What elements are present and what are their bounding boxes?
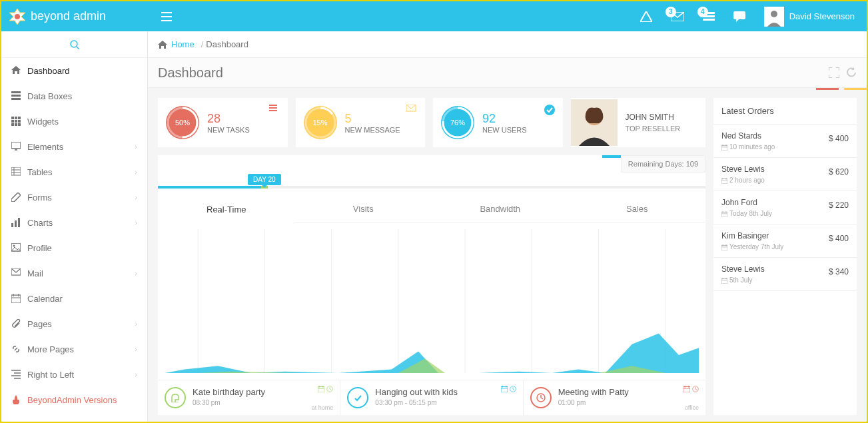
svg-rect-14 — [11, 98, 21, 100]
sidebar-item-tables[interactable]: Tables› — [1, 159, 147, 185]
sidebar-item-charts[interactable]: Charts› — [1, 210, 147, 235]
svg-rect-98 — [721, 278, 727, 284]
sidebar-item-label: Pages — [27, 319, 52, 329]
sidebar-item-dashboard[interactable]: Dashboard — [1, 58, 147, 83]
svg-rect-18 — [11, 120, 14, 123]
messages-badge: 3 — [665, 7, 676, 17]
svg-rect-31 — [11, 223, 13, 227]
order-row[interactable]: Ned Stards10 minutes ago$ 400 — [713, 125, 857, 158]
event-location: office — [685, 404, 699, 411]
sidebar-search[interactable] — [1, 31, 147, 58]
tab-visits[interactable]: Visits — [295, 197, 432, 222]
chart-tabs: Real-TimeVisitsBandwidthSales — [158, 197, 705, 222]
stat-corner-icon — [269, 105, 280, 115]
event-time: 01:00 pm — [558, 399, 629, 406]
sidebar-item-data-boxes[interactable]: Data Boxes — [1, 83, 147, 109]
calendar-icon — [11, 294, 27, 303]
event-actions — [501, 386, 516, 392]
svg-rect-66 — [318, 386, 324, 392]
tab-bandwidth[interactable]: Bandwidth — [432, 197, 569, 222]
order-row[interactable]: Steve Lewis2 hours ago$ 620 — [713, 158, 857, 191]
event-item[interactable]: Kate birthday party08:30 pmat home — [158, 380, 340, 415]
sidebar-item-pages[interactable]: Pages› — [1, 311, 147, 336]
sidebar-item-forms[interactable]: Forms› — [1, 185, 147, 210]
sidebar-item-beyondadmin-versions[interactable]: BeyondAdmin Versions — [1, 387, 147, 412]
reseller-name: JOHN SMITH — [626, 113, 698, 122]
chevron-right-icon: › — [135, 143, 137, 151]
messages-icon[interactable]: 3 — [671, 12, 684, 21]
order-row[interactable]: John FordToday 8th July$ 220 — [713, 191, 857, 224]
svg-point-9 — [771, 11, 777, 17]
latest-orders-widget: Latest Orders Ned Stards10 minutes ago$ … — [713, 98, 857, 415]
order-amount: $ 400 — [829, 134, 849, 143]
svg-point-0 — [15, 14, 20, 19]
day-bubble: DAY 20 — [248, 174, 281, 185]
sidebar-item-mail[interactable]: Mail› — [1, 260, 147, 286]
envelope-icon — [11, 268, 27, 278]
brand-name: beyond admin — [31, 9, 106, 23]
reseller-avatar — [571, 99, 618, 146]
search-icon — [70, 40, 79, 49]
stat-box-new-message[interactable]: 15%5NEW MESSAGE — [296, 98, 426, 147]
sidebar-item-widgets[interactable]: Widgets — [1, 109, 147, 134]
chevron-right-icon: › — [135, 345, 137, 353]
paperclip-icon — [11, 319, 27, 328]
stat-value: 92 — [482, 112, 527, 126]
sidebar-item-label: Mail — [27, 268, 43, 278]
breadcrumb-home[interactable]: Home — [171, 39, 195, 49]
order-row[interactable]: Kim BasingerYesterday 7th July$ 400 — [713, 224, 857, 258]
sidebar-item-more-pages[interactable]: More Pages› — [1, 336, 147, 362]
chevron-right-icon: › — [135, 193, 137, 201]
sidebar-item-label: More Pages — [27, 344, 74, 354]
sidebar-toggle[interactable] — [161, 12, 172, 21]
stat-label: NEW USERS — [482, 126, 527, 134]
stat-label: NEW TASKS — [207, 126, 250, 134]
svg-rect-49 — [269, 110, 277, 111]
sidebar-item-label: Dashboard — [27, 66, 70, 76]
th-icon — [11, 117, 27, 126]
svg-rect-33 — [18, 218, 20, 227]
stat-box-new-tasks[interactable]: 50%28NEW TASKS — [158, 98, 288, 147]
refresh-icon[interactable] — [846, 67, 857, 78]
stat-label: NEW MESSAGE — [345, 126, 400, 134]
event-item[interactable]: Hanging out with kids03:30 pm - 05:15 pm — [340, 380, 523, 415]
orders-title: Latest Orders — [713, 98, 857, 125]
alerts-icon[interactable] — [640, 11, 652, 22]
brand[interactable]: beyond admin — [1, 7, 148, 26]
fullscreen-icon[interactable] — [829, 67, 839, 78]
sidebar-item-calendar[interactable]: Calendar — [1, 286, 147, 311]
order-amount: $ 340 — [829, 267, 849, 276]
svg-rect-17 — [18, 117, 21, 119]
tasks-icon[interactable]: 4 — [703, 12, 715, 21]
order-row[interactable]: Steve Lewis5th July$ 340 — [713, 258, 857, 291]
sidebar-item-elements[interactable]: Elements› — [1, 134, 147, 159]
svg-rect-12 — [11, 91, 21, 93]
tab-sales[interactable]: Sales — [569, 197, 706, 222]
svg-point-10 — [71, 41, 77, 47]
user-menu[interactable]: David Stevenson — [764, 7, 855, 27]
home-icon[interactable] — [158, 41, 167, 49]
chart-area — [158, 222, 705, 380]
sidebar-item-label: Tables — [27, 167, 53, 177]
sidebar-item-right-to-left[interactable]: Right to Left› — [1, 362, 147, 387]
svg-rect-15 — [11, 117, 14, 119]
order-time: Today 8th July — [721, 210, 849, 217]
chevron-right-icon: › — [135, 168, 137, 176]
chat-icon[interactable] — [733, 11, 745, 22]
chevron-right-icon: › — [135, 269, 137, 277]
sidebar-item-profile[interactable]: Profile — [1, 235, 147, 260]
sidebar-item-label: Data Boxes — [27, 91, 72, 101]
event-actions — [683, 386, 699, 392]
realtime-chart-widget: Remaining Days: 109 DAY 20 Real-TimeVisi… — [158, 155, 705, 415]
tab-realtime[interactable]: Real-Time — [158, 198, 295, 222]
event-item[interactable]: Meeting with Patty01:00 pmoffice — [524, 380, 705, 415]
svg-point-55 — [544, 105, 555, 115]
svg-rect-48 — [269, 107, 277, 109]
stat-box-new-users[interactable]: 76%92NEW USERS — [433, 98, 563, 147]
user-name: David Stevenson — [789, 11, 855, 21]
top-reseller-box[interactable]: JOHN SMITH TOP RESELLER — [571, 98, 706, 147]
chevron-right-icon: › — [135, 370, 137, 378]
link-icon — [11, 344, 27, 354]
stat-corner-icon — [544, 105, 555, 115]
logo-icon — [8, 7, 27, 26]
